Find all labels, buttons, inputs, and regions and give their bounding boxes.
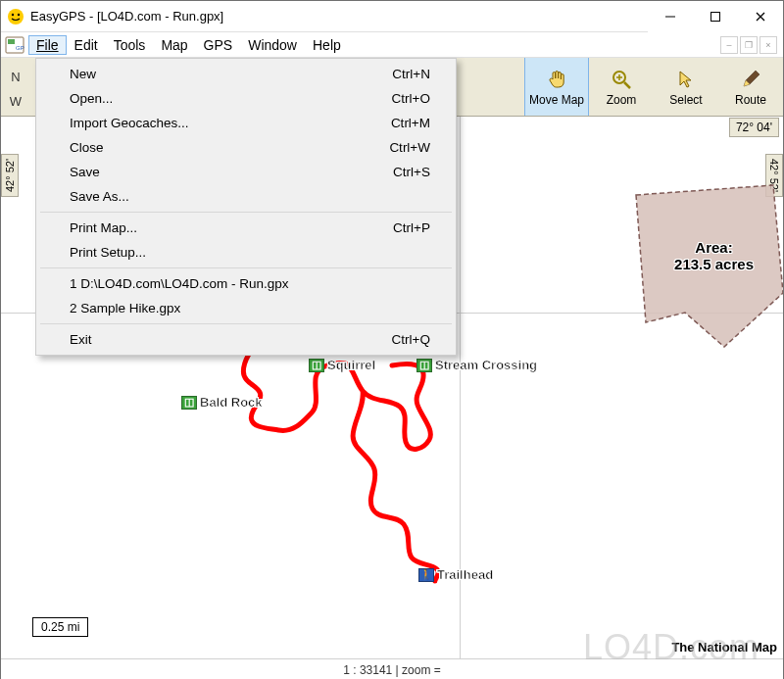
tool-zoom[interactable]: Zoom bbox=[589, 58, 654, 116]
menu-separator bbox=[40, 323, 452, 324]
file-menu-item[interactable]: 1 D:\LO4D.com\LO4D.com - Run.gpx bbox=[38, 271, 454, 296]
mdi-minimize-button[interactable]: – bbox=[720, 36, 738, 54]
svg-text:GPX: GPX bbox=[16, 45, 24, 51]
menu-help[interactable]: Help bbox=[305, 35, 349, 55]
menu-item-shortcut: Ctrl+S bbox=[393, 165, 430, 179]
menu-item-label: Print Map... bbox=[70, 220, 393, 235]
menu-item-label: Import Geocaches... bbox=[70, 116, 391, 130]
waypoint-stream-crossing[interactable]: ◫ Stream Crossing bbox=[416, 358, 537, 372]
statusbar: 1 : 33141 | zoom = bbox=[1, 658, 783, 679]
menu-item-shortcut: Ctrl+Q bbox=[392, 332, 430, 347]
tool-route[interactable]: Route bbox=[718, 58, 783, 116]
menu-item-label: Close bbox=[70, 140, 389, 155]
svg-rect-8 bbox=[8, 39, 15, 44]
mdi-controls: – ❐ × bbox=[720, 36, 777, 54]
hiker-icon: 🚶 bbox=[418, 568, 434, 582]
menubar-logo-icon: GPX bbox=[3, 32, 26, 58]
magnifier-icon bbox=[610, 68, 633, 91]
menu-item-label: 2 Sample Hike.gpx bbox=[70, 301, 430, 315]
toolbar-nav-left: N W bbox=[1, 58, 30, 116]
file-menu-item[interactable]: Import Geocaches...Ctrl+M bbox=[38, 111, 454, 135]
menu-item-label: New bbox=[70, 67, 392, 81]
file-menu-dropdown: NewCtrl+NOpen...Ctrl+OImport Geocaches..… bbox=[35, 58, 457, 356]
file-menu-item[interactable]: SaveCtrl+S bbox=[38, 160, 454, 184]
menu-edit[interactable]: Edit bbox=[67, 35, 106, 55]
waypoint-icon: ◫ bbox=[181, 396, 197, 410]
window-title: EasyGPS - [LO4D.com - Run.gpx] bbox=[30, 9, 648, 24]
menubar: GPX File Edit Tools Map GPS Window Help … bbox=[1, 32, 783, 58]
menu-map[interactable]: Map bbox=[153, 35, 195, 55]
hand-icon bbox=[545, 68, 568, 91]
close-button[interactable] bbox=[738, 1, 783, 32]
nav-letter-w: W bbox=[10, 94, 22, 109]
pencil-icon bbox=[739, 68, 762, 91]
svg-point-2 bbox=[18, 13, 20, 15]
menu-item-shortcut: Ctrl+N bbox=[392, 67, 430, 81]
menu-item-label: Save As... bbox=[70, 189, 430, 204]
file-menu-item[interactable]: 2 Sample Hike.gpx bbox=[38, 296, 454, 320]
waypoint-squirrel[interactable]: ◫ Squirrel bbox=[309, 358, 375, 372]
mdi-restore-button[interactable]: ❐ bbox=[740, 36, 758, 54]
file-menu-item[interactable]: ExitCtrl+Q bbox=[38, 327, 454, 352]
svg-line-11 bbox=[624, 82, 630, 88]
status-text: 1 : 33141 | zoom = bbox=[343, 663, 441, 677]
menu-item-shortcut: Ctrl+O bbox=[392, 91, 430, 106]
tool-select[interactable]: Select bbox=[654, 58, 718, 116]
menu-separator bbox=[40, 267, 452, 268]
tool-label: Select bbox=[669, 93, 702, 107]
waypoint-icon: ◫ bbox=[309, 359, 324, 372]
file-menu-item[interactable]: Print Map...Ctrl+P bbox=[38, 216, 454, 240]
menu-tools[interactable]: Tools bbox=[106, 35, 154, 55]
menu-item-label: Open... bbox=[70, 91, 392, 106]
scale-bar: 0.25 mi bbox=[32, 617, 88, 637]
menu-item-label: 1 D:\LO4D.com\LO4D.com - Run.gpx bbox=[70, 276, 430, 291]
waypoint-icon: ◫ bbox=[416, 359, 432, 372]
mdi-close-button[interactable]: × bbox=[760, 36, 777, 54]
tool-label: Route bbox=[735, 93, 766, 107]
longitude-readout: 72° 04' bbox=[729, 118, 779, 137]
map-credit: The National Map bbox=[671, 640, 777, 655]
window-controls bbox=[648, 1, 783, 32]
minimize-button[interactable] bbox=[648, 1, 693, 32]
waypoint-trailhead[interactable]: 🚶 Trailhead bbox=[418, 567, 493, 582]
area-label: Area: 213.5 acres bbox=[674, 239, 754, 272]
menu-separator bbox=[40, 212, 452, 213]
tool-move-map[interactable]: Move Map bbox=[524, 58, 589, 116]
cursor-icon bbox=[674, 68, 698, 91]
file-menu-item[interactable]: NewCtrl+N bbox=[38, 62, 454, 86]
tool-label: Zoom bbox=[607, 93, 637, 107]
file-menu-item[interactable]: Save As... bbox=[38, 184, 454, 209]
maximize-button[interactable] bbox=[693, 1, 738, 32]
menu-item-label: Print Setup... bbox=[70, 245, 430, 260]
svg-point-0 bbox=[8, 9, 24, 24]
menu-item-shortcut: Ctrl+W bbox=[389, 140, 430, 155]
menu-item-label: Exit bbox=[70, 332, 392, 347]
app-icon bbox=[7, 8, 24, 25]
tool-label: Move Map bbox=[529, 93, 584, 107]
latitude-readout-left: 42° 52' bbox=[1, 154, 19, 197]
menu-item-shortcut: Ctrl+M bbox=[391, 116, 430, 130]
nav-letter-n: N bbox=[11, 70, 20, 84]
titlebar: EasyGPS - [LO4D.com - Run.gpx] bbox=[1, 1, 783, 32]
waypoint-bald-rock[interactable]: ◫ Bald Rock bbox=[181, 395, 263, 410]
file-menu-item[interactable]: Print Setup... bbox=[38, 240, 454, 265]
menu-item-label: Save bbox=[70, 165, 393, 179]
menu-gps[interactable]: GPS bbox=[196, 35, 241, 55]
menu-file[interactable]: File bbox=[28, 35, 67, 55]
menu-item-shortcut: Ctrl+P bbox=[393, 220, 430, 235]
svg-point-1 bbox=[12, 13, 14, 15]
file-menu-item[interactable]: CloseCtrl+W bbox=[38, 135, 454, 160]
file-menu-item[interactable]: Open...Ctrl+O bbox=[38, 86, 454, 111]
svg-rect-4 bbox=[711, 12, 720, 21]
menu-window[interactable]: Window bbox=[240, 35, 305, 55]
